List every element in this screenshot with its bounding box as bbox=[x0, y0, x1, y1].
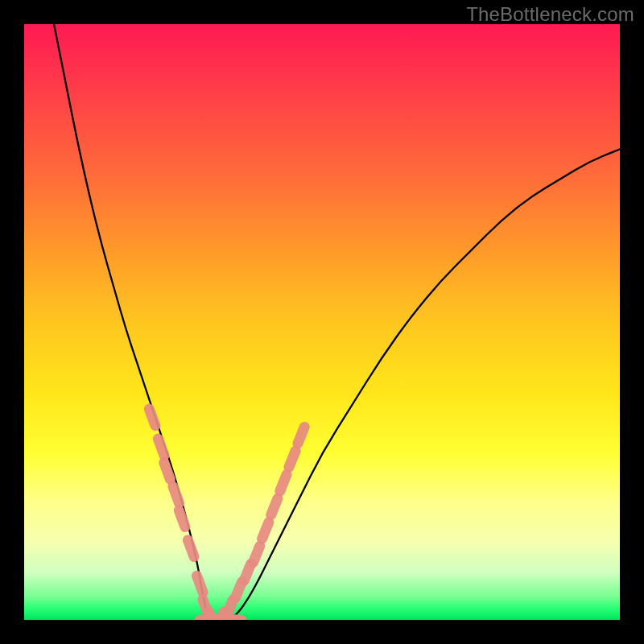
marker-dot bbox=[179, 510, 185, 527]
marker-dot bbox=[298, 427, 304, 443]
chart-svg bbox=[24, 24, 620, 620]
marker-dot bbox=[188, 540, 194, 557]
curve-markers bbox=[149, 409, 304, 620]
marker-dot bbox=[280, 475, 287, 491]
marker-dot bbox=[173, 486, 180, 503]
marker-dot bbox=[254, 546, 260, 562]
plot-area bbox=[24, 24, 620, 620]
marker-dot bbox=[197, 576, 204, 592]
marker-dot bbox=[271, 498, 278, 514]
marker-dot bbox=[149, 409, 155, 426]
bottleneck-curve bbox=[54, 24, 620, 620]
marker-dot bbox=[262, 522, 269, 539]
marker-dot bbox=[289, 451, 295, 467]
marker-dot bbox=[164, 463, 171, 480]
chart-container: TheBottleneck.com bbox=[0, 0, 644, 644]
watermark-text: TheBottleneck.com bbox=[466, 3, 634, 26]
marker-dot bbox=[158, 439, 164, 456]
